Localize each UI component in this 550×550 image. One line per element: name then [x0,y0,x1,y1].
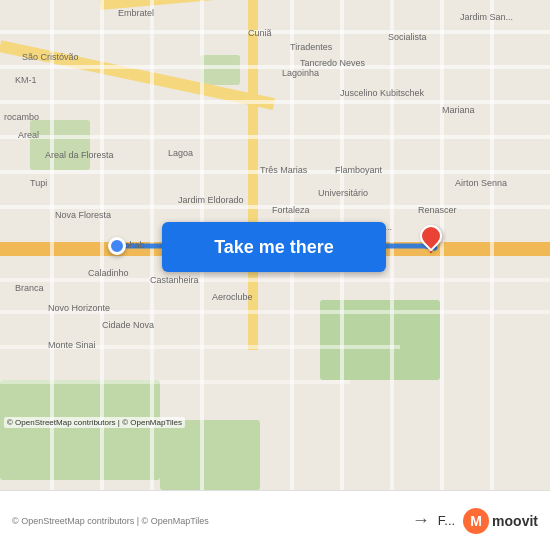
pin-head [415,220,446,251]
green-area-1 [30,120,90,170]
osm-copyright-map: © OpenStreetMap contributors | © OpenMap… [4,417,185,428]
street-h1 [0,30,550,34]
street-h8 [0,310,550,314]
attribution-text: © OpenStreetMap contributors | © OpenMap… [12,516,209,526]
street-h3 [0,100,550,104]
moovit-circle: M [463,508,489,534]
green-area-5 [160,420,260,490]
map-container: Embratel São Cristóvão KM-1 rocambo Area… [0,0,550,490]
bottom-bar: © OpenStreetMap contributors | © OpenMap… [0,490,550,550]
moovit-text: moovit [492,513,538,529]
start-marker [108,237,126,255]
street-v9 [490,0,494,490]
end-marker [420,225,442,253]
road-guapore [248,0,258,350]
street-h6 [0,205,550,209]
street-h4 [0,135,550,139]
arrow-icon: → [412,510,430,531]
street-v7 [390,0,394,490]
street-h2 [0,65,550,69]
moovit-logo: M moovit [463,508,538,534]
green-area-2 [200,55,240,85]
green-area-4 [0,380,160,480]
street-h7 [0,278,550,282]
destination-text: F... [438,513,455,528]
take-me-there-button[interactable]: Take me there [162,222,386,272]
moovit-letter: M [470,513,482,529]
bottom-left-section: © OpenStreetMap contributors | © OpenMap… [12,516,404,526]
street-h5 [0,170,550,174]
